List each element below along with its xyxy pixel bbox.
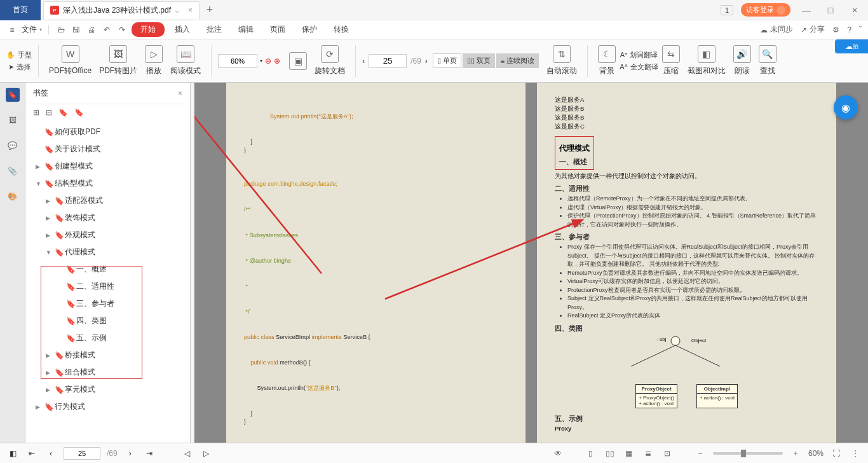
window-index: 1 — [721, 5, 733, 15]
remove-bookmark-icon[interactable]: ⊟ — [46, 108, 52, 117]
zoom-in-icon[interactable]: ⊕ — [274, 57, 280, 66]
page-input[interactable] — [369, 54, 407, 68]
bookmark-item[interactable]: ▶🔖外观模式 — [25, 226, 190, 244]
close-tab-button[interactable]: × — [188, 6, 193, 15]
read-aloud[interactable]: 🔊朗读 — [729, 45, 755, 76]
status-page-input[interactable] — [64, 447, 100, 460]
screenshot-compare[interactable]: ◧截图和对比 — [684, 45, 729, 76]
find[interactable]: 🔍查找 — [755, 45, 780, 76]
presentation-icon[interactable]: ⌵ — [175, 6, 179, 15]
tab-home[interactable]: 首页 — [0, 0, 41, 20]
view-double-icon[interactable]: ▯▯ — [604, 449, 616, 458]
fullscreen-icon[interactable]: ⛶ — [830, 449, 843, 458]
bookmark-item[interactable]: ▼🔖结构型模式 — [25, 175, 190, 192]
close-window-button[interactable]: × — [846, 5, 863, 15]
background[interactable]: ☾背景 — [594, 45, 620, 76]
new-tab-button[interactable]: + — [200, 3, 220, 17]
open-icon[interactable]: 🗁 — [55, 25, 67, 34]
bookmark-item[interactable]: ▼🔖代理模式 — [25, 244, 190, 261]
sync-status[interactable]: ☁ 未同步 — [760, 24, 793, 35]
next-page-icon[interactable]: › — [425, 57, 428, 66]
zoom-out-icon[interactable]: ⊖ — [265, 57, 271, 66]
hand-tool[interactable]: ✋ 手型 — [6, 49, 32, 61]
redo-icon[interactable]: ↷ — [116, 25, 128, 34]
minimize-button[interactable]: — — [798, 5, 815, 15]
bookmark-item[interactable]: 🔖关于设计模式 — [25, 141, 190, 158]
fit-width[interactable]: ▣ — [285, 52, 311, 70]
uml-diagram-svg: Object - obj — [593, 335, 758, 373]
add-bookmark-icon[interactable]: ⊞ — [33, 108, 39, 117]
document-viewport[interactable]: System.out.println("这是服务A"); }} package … — [194, 83, 868, 443]
collapse-ribbon-icon[interactable]: ˇ — [859, 25, 862, 34]
fit-icon[interactable]: ⊡ — [661, 449, 674, 458]
view-book-icon[interactable]: ▦ — [623, 449, 635, 458]
thumbnails-tab[interactable]: 🖼 — [6, 113, 20, 127]
undo-icon[interactable]: ↶ — [101, 25, 112, 34]
eye-icon[interactable]: 👁 — [552, 449, 564, 458]
first-page-icon[interactable]: ⇤ — [25, 449, 38, 458]
assistant-fab[interactable]: ◉ — [834, 95, 858, 120]
reading-mode[interactable]: 📖阅读模式 — [166, 45, 205, 76]
menu-file[interactable]: 文件▾ — [22, 24, 42, 35]
select-tool[interactable]: ➤ 选择 — [8, 61, 31, 73]
menu-insert[interactable]: 插入 — [168, 22, 196, 37]
prev-page-icon[interactable]: ‹ — [362, 57, 365, 66]
tab-document[interactable]: P 深入浅出Java 23种设计模式.pdf ⌵ × — [43, 1, 200, 19]
menu-convert[interactable]: 转换 — [327, 22, 355, 37]
compress[interactable]: ⇆压缩 — [658, 45, 684, 76]
menu-edit[interactable]: 编辑 — [232, 22, 260, 37]
settings-icon[interactable]: ⚙ — [832, 25, 839, 34]
play-button[interactable]: ▷播放 — [141, 45, 166, 76]
close-panel-button[interactable]: × — [178, 89, 182, 98]
maximize-button[interactable]: □ — [822, 5, 839, 15]
pdf-page-left: System.out.println("这是服务A"); }} package … — [226, 83, 526, 443]
single-page-view[interactable]: ▯ 单页 — [433, 53, 461, 68]
cloud-drive-button[interactable]: ☁ 拍 — [835, 39, 868, 53]
nav-fwd-icon[interactable]: ▷ — [200, 449, 213, 458]
full-translate[interactable]: Aᴬ 全文翻译 — [620, 61, 658, 73]
share-button[interactable]: ↗ 分享 — [801, 24, 825, 35]
view-cont-icon[interactable]: ≣ — [642, 449, 654, 458]
zoom-slider[interactable] — [713, 452, 783, 455]
view-single-icon[interactable]: ▯ — [585, 449, 597, 458]
menu-start[interactable]: 开始 — [132, 22, 165, 37]
pdf-icon: P — [50, 6, 59, 15]
help-icon[interactable]: ? — [847, 25, 851, 34]
bookmark-item[interactable]: ▶🔖装饰模式 — [25, 209, 190, 226]
more-icon[interactable]: ⋮ — [849, 449, 862, 458]
sidebar-toggle-icon[interactable]: ◧ — [6, 449, 19, 458]
hamburger-icon[interactable]: ≡ — [6, 25, 18, 34]
word-translate[interactable]: Aᵃ 划词翻译 — [620, 49, 658, 61]
menu-annotate[interactable]: 批注 — [200, 22, 228, 37]
bookmark-item[interactable]: ▶🔖创建型模式 — [25, 158, 190, 175]
bookmark-item[interactable]: ▶🔖适配器模式 — [25, 192, 190, 209]
zoom-input[interactable] — [218, 54, 257, 68]
bookmark-item[interactable]: ▶🔖行为模式 — [25, 398, 190, 415]
bookmark-sort-icon[interactable]: 🔖 — [74, 108, 84, 117]
zoom-out-status[interactable]: − — [694, 449, 707, 458]
bookmark-tool-icon[interactable]: 🔖 — [58, 108, 68, 117]
double-page-view[interactable]: ▯▯ 双页 — [463, 53, 495, 68]
menu-protect[interactable]: 保护 — [295, 22, 323, 37]
bookmarks-tab[interactable]: 🔖 — [6, 88, 20, 102]
next-page-status-icon[interactable]: › — [124, 449, 137, 458]
comments-tab[interactable]: 💬 — [6, 139, 20, 153]
guest-login-button[interactable]: 访客登录 — [741, 3, 790, 17]
prev-page-status-icon[interactable]: ‹ — [44, 449, 57, 458]
autoscroll[interactable]: ⇅自动滚动 — [543, 45, 581, 76]
rotate-button[interactable]: ⟳旋转文档 — [311, 45, 349, 76]
menu-page[interactable]: 页面 — [264, 22, 292, 37]
bookmark-item[interactable]: 🔖如何获取PDF — [25, 123, 190, 141]
pdf-to-image[interactable]: 🖼PDF转图片 — [95, 45, 141, 76]
nav-back-icon[interactable]: ◁ — [181, 449, 194, 458]
zoom-in-status[interactable]: + — [789, 449, 802, 458]
attachments-tab[interactable]: 📎 — [6, 164, 20, 178]
last-page-icon[interactable]: ⇥ — [143, 449, 156, 458]
bookmark-item[interactable]: ▶🔖享元模式 — [25, 381, 190, 398]
save-icon[interactable]: 🖫 — [71, 25, 82, 34]
continuous-view[interactable]: ≡ 连续阅读 — [496, 53, 539, 68]
print-icon[interactable]: 🖨 — [86, 25, 97, 34]
svg-line-3 — [631, 345, 675, 366]
crop-tab[interactable]: 🎨 — [6, 190, 20, 204]
pdf-to-office[interactable]: WPDF转Office — [45, 45, 95, 76]
